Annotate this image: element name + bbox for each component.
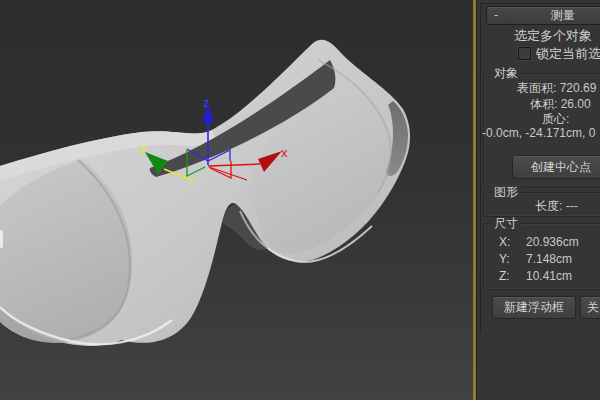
- length-row: 长度: ---: [535, 200, 578, 213]
- dim-z-value: 10.41cm: [526, 270, 572, 283]
- volume-row: 体积: 26.00: [530, 98, 591, 111]
- dim-y-label: Y:: [499, 252, 510, 266]
- dim-x-label: X:: [499, 235, 510, 249]
- 3ds-max-window: { "viewport": { "gizmo": { "x_label": "x…: [0, 0, 600, 400]
- centroid-label: 质心:: [542, 113, 569, 126]
- lock-selection-checkbox[interactable]: [518, 47, 531, 60]
- surface-area-row: 表面积: 720.69: [517, 82, 596, 95]
- volume-label: 体积:: [530, 97, 557, 111]
- dim-z-label: Z:: [499, 269, 510, 283]
- dim-row-z: Z:: [499, 270, 510, 283]
- close-button[interactable]: 关: [580, 296, 600, 319]
- left-edge-highlight: [0, 230, 3, 248]
- group-shape-title: 图形: [491, 186, 521, 198]
- group-object-title: 对象: [491, 67, 521, 79]
- collapse-minus-icon[interactable]: -: [494, 7, 498, 23]
- length-label: 长度:: [535, 199, 562, 213]
- dim-y-value: 7.148cm: [526, 253, 572, 266]
- length-value: ---: [566, 199, 578, 213]
- gizmo-x-label: x: [281, 145, 288, 160]
- centroid-value: -0.0cm, -24.171cm, 0: [482, 127, 595, 140]
- gizmo-z-label: z: [203, 95, 210, 110]
- perspective-viewport[interactable]: z x y: [0, 0, 474, 400]
- create-center-point-button[interactable]: 创建中心点: [512, 155, 600, 179]
- dim-row-x: X:: [499, 236, 510, 249]
- new-floater-button[interactable]: 新建浮动框: [492, 296, 576, 319]
- lock-selection-label: 锁定当前选择: [536, 47, 600, 60]
- rollout-header-measure[interactable]: - 测量: [486, 6, 600, 25]
- goggles-model-scene: z x y: [0, 0, 474, 400]
- dim-row-y: Y:: [499, 253, 510, 266]
- surface-area-value: 720.69: [560, 81, 597, 95]
- volume-value: 26.00: [561, 97, 591, 111]
- rollout-title: 测量: [551, 8, 575, 22]
- surface-area-label: 表面积:: [517, 81, 556, 95]
- gizmo-y-label: y: [140, 140, 147, 155]
- dim-x-value: 20.936cm: [526, 236, 579, 249]
- selection-status-text: 选定多个对象: [514, 29, 592, 42]
- group-dimensions-title: 尺寸: [491, 217, 521, 229]
